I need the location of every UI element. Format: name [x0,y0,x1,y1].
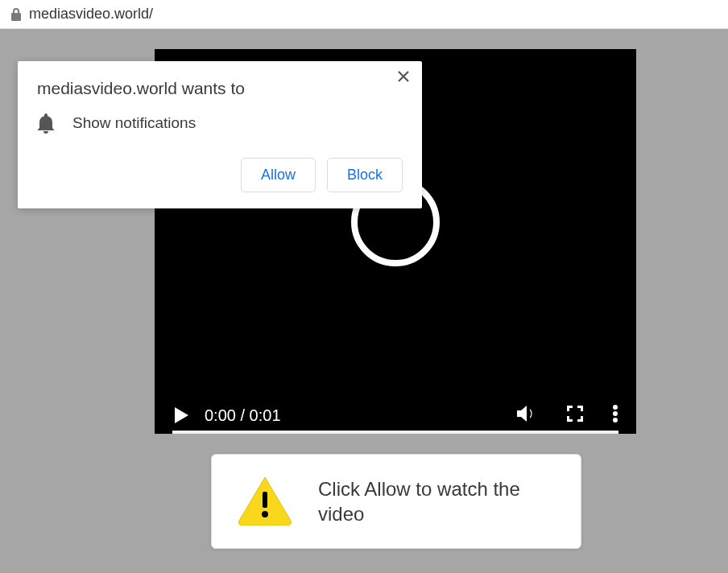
page-body: 0:00 / 0:01 Click Allow to [0,29,728,573]
block-button[interactable]: Block [327,158,403,192]
svg-point-2 [613,418,618,423]
hint-text: Click Allow to watch the video [318,476,556,526]
video-controls: 0:00 / 0:01 [155,392,636,434]
video-time-display: 0:00 / 0:01 [205,406,501,425]
permission-label: Show notifications [72,114,196,132]
volume-icon[interactable] [515,403,538,427]
video-progress-bar[interactable] [172,431,618,434]
allow-button[interactable]: Allow [241,158,316,192]
svg-point-1 [613,411,618,416]
warning-icon [236,474,294,529]
hint-card: Click Allow to watch the video [211,454,581,549]
popup-title: mediasvideo.world wants to [37,79,403,98]
url-text[interactable]: mediasvideo.world/ [29,6,153,23]
svg-point-0 [613,405,618,410]
svg-point-4 [262,511,268,517]
notification-permission-popup: mediasvideo.world wants to Show notifica… [18,61,422,208]
lock-icon [10,7,23,22]
more-icon[interactable] [612,404,618,427]
bell-icon [37,113,55,134]
fullscreen-icon[interactable] [565,404,585,427]
play-icon[interactable] [172,406,190,425]
svg-rect-3 [263,492,267,508]
close-icon[interactable] [396,69,411,87]
address-bar: mediasvideo.world/ [0,0,728,29]
